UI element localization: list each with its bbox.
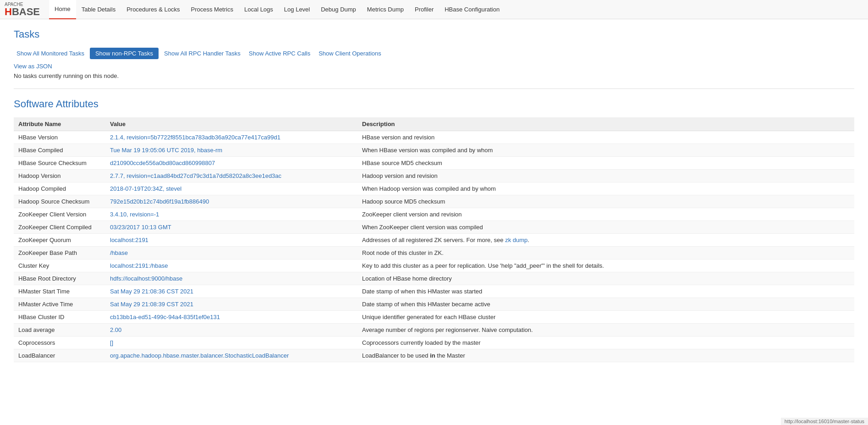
table-row: ZooKeeper Base Path/hbaseRoot node of th… — [14, 247, 854, 259]
software-attributes-title: Software Attributes — [14, 98, 854, 110]
attr-desc-cell: Root node of this cluster in ZK. — [357, 247, 854, 259]
table-row: LoadBalancerorg.apache.hadoop.hbase.mast… — [14, 349, 854, 362]
attr-value-cell: localhost:2191:/hbase — [105, 259, 357, 272]
navbar-link-process-metrics[interactable]: Process Metrics — [185, 0, 238, 19]
attr-name-cell: HBase Cluster ID — [14, 311, 105, 324]
attr-value-cell: 792e15d20b12c74bd6f19a1fb886490 — [105, 195, 357, 208]
attr-desc-cell: ZooKeeper client version and revision — [357, 208, 854, 221]
attr-value-cell: [] — [105, 337, 357, 349]
table-row: HBase CompiledTue Mar 19 19:05:06 UTC 20… — [14, 144, 854, 157]
attr-name-cell: Hadoop Compiled — [14, 182, 105, 195]
attr-name-cell: ZooKeeper Base Path — [14, 247, 105, 259]
attr-name-cell: LoadBalancer — [14, 349, 105, 362]
attr-name-cell: ZooKeeper Client Version — [14, 208, 105, 221]
table-row: HMaster Start TimeSat May 29 21:08:36 CS… — [14, 285, 854, 298]
attr-desc-cell: HBase version and revision — [357, 131, 854, 144]
attr-name-cell: HMaster Active Time — [14, 298, 105, 311]
logo: APACHE HBASE — [5, 2, 40, 17]
logo-hbase-text: HBASE — [5, 7, 40, 17]
attr-name-cell: ZooKeeper Quorum — [14, 234, 105, 247]
attr-desc-cell: HBase source MD5 checksum — [357, 157, 854, 170]
attr-name-cell: HBase Version — [14, 131, 105, 144]
navbar-link-profiler[interactable]: Profiler — [409, 0, 439, 19]
table-row: HBase Root Directoryhdfs://localhost:900… — [14, 272, 854, 285]
table-row: Coprocessors[]Coprocessors currently loa… — [14, 337, 854, 349]
table-row: Load average2.00Average number of region… — [14, 324, 854, 337]
task-btn-show-all-rpc-handler-tasks[interactable]: Show All RPC Handler Tasks — [161, 48, 243, 59]
attr-value-cell: 3.4.10, revision=-1 — [105, 208, 357, 221]
attr-desc-cell: Date stamp of when this HMaster was star… — [357, 285, 854, 298]
table-row: HBase Cluster IDcb13bb1a-ed51-499c-94a4-… — [14, 311, 854, 324]
task-btn-show-non-rpc-tasks[interactable]: Show non-RPC Tasks — [90, 48, 159, 59]
attr-desc-cell: Key to add this cluster as a peer for re… — [357, 259, 854, 272]
zk-dump-link[interactable]: zk dump — [505, 237, 527, 243]
navbar-link-hbase-configuration[interactable]: HBase Configuration — [439, 0, 505, 19]
attr-desc-cell: When HBase version was compiled and by w… — [357, 144, 854, 157]
table-row: Hadoop Source Checksum792e15d20b12c74bd6… — [14, 195, 854, 208]
main-content: Tasks Show All Monitored TasksShow non-R… — [0, 19, 868, 371]
task-btn-show-all-monitored-tasks[interactable]: Show All Monitored Tasks — [14, 48, 87, 59]
attr-value-cell: 2.00 — [105, 324, 357, 337]
attr-name-cell: HBase Root Directory — [14, 272, 105, 285]
no-tasks-message: No tasks currently running on this node. — [14, 72, 854, 79]
section-divider — [14, 88, 854, 89]
attr-name-cell: HBase Compiled — [14, 144, 105, 157]
attr-name-cell: ZooKeeper Client Compiled — [14, 221, 105, 234]
col-header-value: Value — [105, 117, 357, 131]
task-btn-show-client-operations[interactable]: Show Client Operations — [316, 48, 384, 59]
attr-value-cell: Sat May 29 21:08:36 CST 2021 — [105, 285, 357, 298]
task-btn-show-active-rpc-calls[interactable]: Show Active RPC Calls — [246, 48, 313, 59]
attr-name-cell: Cluster Key — [14, 259, 105, 272]
attr-desc-cell: When Hadoop version was compiled and by … — [357, 182, 854, 195]
attr-name-cell: Coprocessors — [14, 337, 105, 349]
attr-name-cell: Load average — [14, 324, 105, 337]
navbar-link-table-details[interactable]: Table Details — [76, 0, 121, 19]
attr-value-cell: d210900ccde556a0bd80acd860998807 — [105, 157, 357, 170]
attr-value-cell: 03/23/2017 10:13 GMT — [105, 221, 357, 234]
attr-name-cell: HMaster Start Time — [14, 285, 105, 298]
col-header-name: Attribute Name — [14, 117, 105, 131]
attr-desc-cell: Unique identifier generated for each HBa… — [357, 311, 854, 324]
attr-value-cell: hdfs://localhost:9000/hbase — [105, 272, 357, 285]
attr-desc-cell: When ZooKeeper client version was compil… — [357, 221, 854, 234]
attributes-table-header: Attribute Name Value Description — [14, 117, 854, 131]
attr-name-cell: Hadoop Version — [14, 170, 105, 182]
attr-name-cell: HBase Source Checksum — [14, 157, 105, 170]
table-row: ZooKeeper Quorumlocalhost:2191Addresses … — [14, 234, 854, 247]
attr-value-cell: 2.7.7, revision=c1aad84bd27cd79c3d1a7dd5… — [105, 170, 357, 182]
attr-desc-cell: LoadBalancer to be used in the Master — [357, 349, 854, 362]
attr-desc-cell: Hadoop source MD5 checksum — [357, 195, 854, 208]
table-row: HBase Version2.1.4, revision=5b7722f8551… — [14, 131, 854, 144]
attr-desc-cell: Date stamp of when this HMaster became a… — [357, 298, 854, 311]
tasks-title: Tasks — [14, 28, 854, 40]
navbar-link-metrics-dump[interactable]: Metrics Dump — [362, 0, 409, 19]
table-row: ZooKeeper Client Version3.4.10, revision… — [14, 208, 854, 221]
table-row: HBase Source Checksumd210900ccde556a0bd8… — [14, 157, 854, 170]
attr-desc-cell: Average number of regions per regionserv… — [357, 324, 854, 337]
software-attributes-section: Software Attributes Attribute Name Value… — [14, 98, 854, 362]
navbar-link-local-logs[interactable]: Local Logs — [239, 0, 279, 19]
attr-name-cell: Hadoop Source Checksum — [14, 195, 105, 208]
navbar-link-debug-dump[interactable]: Debug Dump — [315, 0, 362, 19]
view-json-link[interactable]: View as JSON — [14, 63, 52, 70]
table-row: ZooKeeper Client Compiled03/23/2017 10:1… — [14, 221, 854, 234]
table-row: Cluster Keylocalhost:2191:/hbaseKey to a… — [14, 259, 854, 272]
attr-desc-cell: Hadoop version and revision — [357, 170, 854, 182]
table-row: HMaster Active TimeSat May 29 21:08:39 C… — [14, 298, 854, 311]
attr-value-cell: Sat May 29 21:08:39 CST 2021 — [105, 298, 357, 311]
col-header-desc: Description — [357, 117, 854, 131]
attr-value-cell: 2018-07-19T20:34Z, stevel — [105, 182, 357, 195]
attr-value-cell: localhost:2191 — [105, 234, 357, 247]
navbar-link-home[interactable]: Home — [49, 0, 76, 19]
attributes-table-body: HBase Version2.1.4, revision=5b7722f8551… — [14, 131, 854, 362]
attr-value-cell: 2.1.4, revision=5b7722f8551bca783adb36a9… — [105, 131, 357, 144]
navbar-link-log-level[interactable]: Log Level — [279, 0, 315, 19]
attr-desc-cell: Addresses of all registered ZK servers. … — [357, 234, 854, 247]
attributes-header-row: Attribute Name Value Description — [14, 117, 854, 131]
attr-desc-cell: Location of HBase home directory — [357, 272, 854, 285]
tasks-buttons: Show All Monitored TasksShow non-RPC Tas… — [14, 48, 854, 59]
attr-value-cell: Tue Mar 19 19:05:06 UTC 2019, hbase-rm — [105, 144, 357, 157]
navbar-link-procedures-and-locks[interactable]: Procedures & Locks — [121, 0, 185, 19]
table-row: Hadoop Version2.7.7, revision=c1aad84bd2… — [14, 170, 854, 182]
tasks-section: Tasks Show All Monitored TasksShow non-R… — [14, 28, 854, 79]
